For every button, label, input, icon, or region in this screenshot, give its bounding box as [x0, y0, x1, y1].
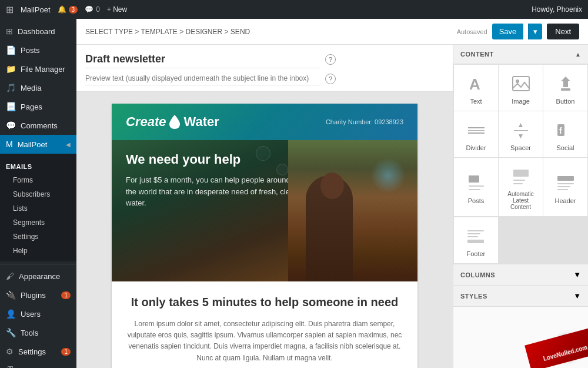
- content-section-header: CONTENT ▲: [453, 45, 588, 64]
- admin-bar: ⊞ MailPoet 🔔 3 💬 0 + New Howdy, Phoenix: [0, 0, 588, 19]
- sidebar-item-label: Pages: [21, 102, 42, 111]
- svg-point-2: [516, 79, 519, 83]
- svg-rect-11: [467, 233, 480, 234]
- sidebar-item-comments[interactable]: 💬 Comments: [0, 116, 76, 135]
- save-dropdown-button[interactable]: ▾: [528, 24, 542, 39]
- sidebar-item-settings-main[interactable]: ⚙ Settings 1: [0, 342, 76, 361]
- user-greeting: Howdy, Phoenix: [532, 5, 582, 14]
- sidebar-item-label: ARI Adminer: [19, 366, 62, 369]
- block-spacer[interactable]: ▲ ▼ Spacer: [499, 111, 543, 157]
- styles-toggle[interactable]: ▼: [573, 291, 581, 300]
- sidebar-item-dashboard[interactable]: ⊞ Dashboard: [0, 22, 76, 41]
- block-image[interactable]: Image: [499, 65, 543, 111]
- sidebar-item-subscribers[interactable]: Subscribers: [0, 187, 76, 201]
- sidebar-item-segments[interactable]: Segments: [0, 216, 76, 230]
- comments-count[interactable]: 💬 0: [85, 5, 100, 14]
- block-spacer-label: Spacer: [510, 144, 531, 151]
- styles-section[interactable]: STYLES ▼: [453, 286, 588, 307]
- hero-background: We need your help For just $5 a month, y…: [112, 140, 417, 281]
- block-button-label: Button: [556, 98, 575, 105]
- block-alc[interactable]: Automatic Latest Content: [499, 158, 543, 216]
- preview-text-input[interactable]: [85, 72, 320, 85]
- sidebar-item-lists[interactable]: Lists: [0, 201, 76, 216]
- block-footer[interactable]: Footer: [454, 217, 498, 263]
- text-block-icon: A: [466, 73, 487, 94]
- site-name[interactable]: MailPoet: [21, 5, 51, 14]
- footer-block-icon: [465, 226, 486, 247]
- svg-rect-3: [561, 88, 570, 91]
- svg-text:A: A: [469, 75, 480, 93]
- sidebar-item-forms[interactable]: Forms: [0, 173, 76, 187]
- svg-rect-6: [557, 176, 574, 181]
- posts-icon: 📄: [6, 45, 16, 55]
- columns-toggle[interactable]: ▼: [573, 270, 581, 279]
- block-alc-label: Automatic Latest Content: [502, 191, 539, 210]
- sidebar-item-label: Tools: [21, 329, 38, 337]
- newsletter-body: It only takes 5 minutes to help someone …: [112, 281, 417, 368]
- waterdrop-icon: [169, 115, 180, 129]
- subject-input[interactable]: [85, 51, 320, 68]
- save-button[interactable]: Save: [492, 24, 524, 39]
- breadcrumb: SELECT TYPE > TEMPLATE > DESIGNER > SEND: [85, 28, 250, 36]
- sidebar-item-pages[interactable]: 📃 Pages: [0, 97, 76, 116]
- media-icon: 🎵: [6, 83, 16, 92]
- block-button[interactable]: Button: [543, 65, 587, 111]
- sidebar-item-mailpoet[interactable]: M MailPoet ◀: [0, 135, 76, 154]
- sidebar-item-plugins[interactable]: 🔌 Plugins 1: [0, 286, 76, 304]
- sidebar-item-label: Plugins: [21, 291, 46, 300]
- block-social[interactable]: f Social: [543, 111, 587, 157]
- email-preview-container: ? ? Create: [76, 45, 453, 368]
- svg-rect-10: [467, 230, 484, 231]
- svg-rect-12: [467, 236, 478, 237]
- wp-logo-icon[interactable]: ⊞: [6, 4, 14, 15]
- sidebar-item-media[interactable]: 🎵 Media: [0, 78, 76, 97]
- svg-rect-9: [557, 189, 568, 190]
- sidebar-item-label: Posts: [21, 46, 40, 55]
- footer-row: Footer: [453, 217, 588, 264]
- block-divider[interactable]: Divider: [454, 111, 498, 157]
- next-button[interactable]: Next: [547, 24, 579, 39]
- hero-section: We need your help For just $5 a month, y…: [112, 140, 417, 281]
- sidebar-item-appearance[interactable]: 🖌 Appearance: [0, 267, 76, 286]
- block-posts[interactable]: Posts: [454, 158, 498, 216]
- sidebar-item-label: Settings: [18, 347, 46, 356]
- newsletter-header: Create Water Charity Number: 09238923: [112, 104, 417, 140]
- sidebar-item-tools[interactable]: 🔧 Tools: [0, 323, 76, 342]
- block-divider-label: Divider: [466, 144, 486, 151]
- content-section-title: CONTENT: [460, 51, 494, 58]
- sidebar-item-settings[interactable]: Settings: [0, 230, 76, 244]
- email-newsletter: Create Water Charity Number: 09238923: [112, 104, 417, 368]
- notifications[interactable]: 🔔 3: [58, 5, 78, 14]
- email-inputs: ? ?: [76, 45, 453, 92]
- sidebar-item-filemanager[interactable]: 📁 File Manager: [0, 59, 76, 78]
- block-social-label: Social: [557, 144, 574, 151]
- preview-text-row: ?: [85, 72, 444, 85]
- sidebar-item-label: File Manager: [21, 65, 65, 74]
- hero-text: We need your help For just $5 a month, y…: [126, 152, 300, 209]
- newsletter-subtitle: It only takes 5 minutes to help someone …: [126, 296, 403, 309]
- columns-section[interactable]: COLUMNS ▼: [453, 264, 588, 286]
- posts-block-icon: [466, 173, 487, 194]
- users-icon: 👤: [6, 309, 16, 319]
- preview-help-icon[interactable]: ?: [325, 74, 336, 84]
- sidebar-item-label: Media: [21, 84, 41, 92]
- tools-icon: 🔧: [6, 328, 16, 337]
- social-block-icon: f: [555, 120, 576, 141]
- sidebar-item-posts[interactable]: 📄 Posts: [0, 41, 76, 59]
- new-button[interactable]: + New: [107, 5, 127, 14]
- block-text-label: Text: [470, 98, 482, 105]
- styles-section-title: STYLES: [460, 293, 487, 300]
- svg-text:f: f: [559, 126, 562, 135]
- block-header[interactable]: Header: [543, 158, 587, 216]
- svg-rect-7: [557, 183, 574, 184]
- sidebar-item-help[interactable]: Help: [0, 244, 76, 258]
- content-toggle[interactable]: ▲: [575, 51, 581, 58]
- block-text[interactable]: A Text: [454, 65, 498, 111]
- sidebar-item-ariadminer[interactable]: 🗄 ARI Adminer: [0, 361, 76, 368]
- sidebar-item-label: Appearance: [19, 272, 60, 281]
- content-area: SELECT TYPE > TEMPLATE > DESIGNER > SEND…: [76, 19, 588, 368]
- sidebar: ⊞ Dashboard 📄 Posts 📁 File Manager 🎵 Med…: [0, 19, 76, 368]
- image-block-icon: [510, 73, 532, 94]
- sidebar-item-users[interactable]: 👤 Users: [0, 304, 76, 323]
- subject-help-icon[interactable]: ?: [325, 54, 336, 65]
